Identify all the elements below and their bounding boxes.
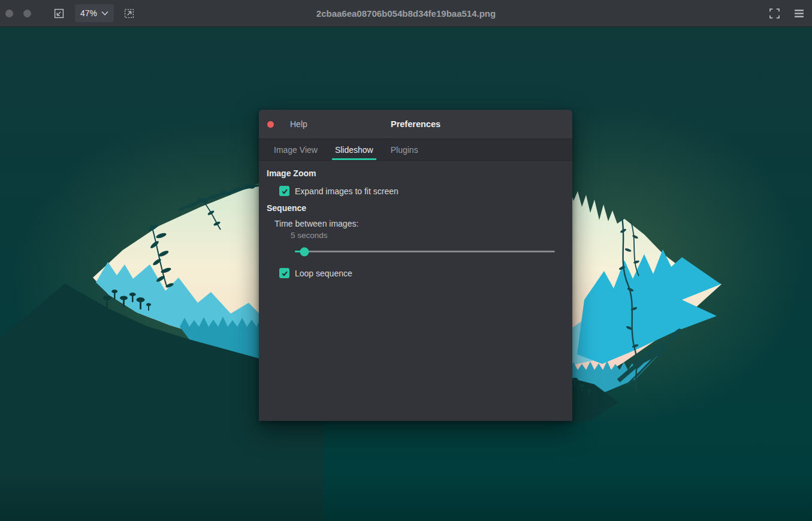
tab-image-view[interactable]: Image View <box>271 139 321 160</box>
expand-images-checkbox[interactable]: Expand images to fit screen <box>279 186 399 196</box>
sequence-heading: Sequence <box>267 203 306 213</box>
time-slider[interactable] <box>295 247 555 256</box>
checkbox-box[interactable] <box>279 268 289 278</box>
tab-bar: Image View Slideshow Plugins <box>259 139 572 161</box>
help-button[interactable]: Help <box>290 119 307 129</box>
best-fit-button[interactable] <box>49 3 68 23</box>
slideshow-panel: Image Zoom Expand images to fit screen S… <box>259 161 572 421</box>
checkmark-icon <box>281 188 288 194</box>
dialog-title: Preferences <box>391 119 440 129</box>
normal-size-button[interactable] <box>119 3 138 23</box>
image-zoom-heading: Image Zoom <box>267 168 316 178</box>
next-icon <box>23 10 31 17</box>
checkbox-label: Expand images to fit screen <box>295 186 399 196</box>
previous-icon <box>5 10 13 17</box>
time-between-images-label: Time between images: <box>274 219 358 228</box>
checkbox-label: Loop sequence <box>295 269 352 278</box>
zoom-level-dropdown[interactable]: 47% <box>75 4 114 22</box>
toolbar-right-group <box>765 0 808 27</box>
toolbar-left-group: 47% <box>0 0 138 26</box>
nav-next-button[interactable] <box>18 3 36 23</box>
fullscreen-icon <box>769 8 780 19</box>
shrink-to-fit-icon <box>54 8 64 19</box>
checkmark-icon <box>281 270 288 276</box>
tab-plugins[interactable]: Plugins <box>388 139 421 160</box>
nav-previous-button[interactable] <box>0 3 18 23</box>
tab-slideshow[interactable]: Slideshow <box>332 139 376 160</box>
hamburger-menu-icon <box>794 9 804 18</box>
zoom-level-value: 47% <box>80 8 97 18</box>
loop-sequence-checkbox[interactable]: Loop sequence <box>279 268 352 278</box>
time-value-label: 5 seconds <box>291 231 328 240</box>
preferences-dialog: Help Preferences Image View Slideshow Pl… <box>259 110 572 421</box>
slider-track[interactable] <box>295 251 555 252</box>
dialog-titlebar: Help Preferences <box>259 110 572 139</box>
close-button[interactable] <box>267 121 274 128</box>
menu-button[interactable] <box>789 4 808 24</box>
header-bar: 47% 2cbaa6ea08706b054b8d34fe19baa514.png <box>0 0 812 27</box>
chevron-down-icon <box>101 11 108 16</box>
fullscreen-button[interactable] <box>765 4 784 24</box>
slider-handle[interactable] <box>300 247 309 256</box>
checkbox-box[interactable] <box>279 186 289 196</box>
window-title: 2cbaa6ea08706b054b8d34fe19baa514.png <box>316 8 496 19</box>
expand-icon <box>124 8 134 19</box>
